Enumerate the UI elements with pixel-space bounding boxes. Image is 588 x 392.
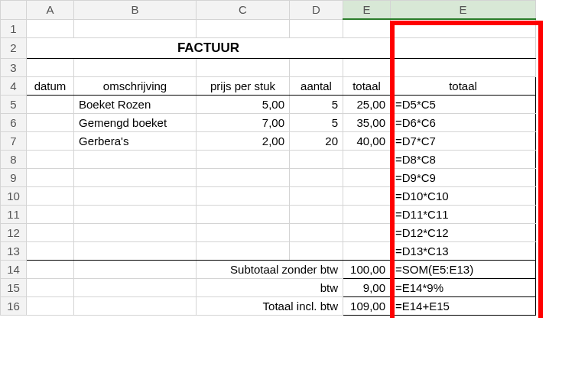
cell-F8[interactable]: =D8*C8 bbox=[391, 150, 536, 168]
cell-B14[interactable] bbox=[74, 260, 197, 278]
cell-C4[interactable]: prijs per stuk bbox=[197, 76, 290, 95]
cell-F2[interactable] bbox=[391, 37, 536, 58]
cell-D9[interactable] bbox=[290, 168, 343, 186]
cell-E9[interactable] bbox=[343, 168, 391, 186]
cell-D8[interactable] bbox=[290, 150, 343, 168]
cell-B15[interactable] bbox=[74, 278, 197, 296]
row-header-11[interactable]: 11 bbox=[1, 205, 27, 223]
cell-E4[interactable]: totaal bbox=[343, 76, 391, 95]
cell-E14[interactable]: 100,00 bbox=[343, 260, 391, 278]
col-header-E-formulas[interactable]: E bbox=[391, 1, 536, 20]
cell-E11[interactable] bbox=[343, 205, 391, 223]
cell-D11[interactable] bbox=[290, 205, 343, 223]
col-header-E[interactable]: E bbox=[343, 1, 391, 20]
cell-E15[interactable]: 9,00 bbox=[343, 278, 391, 296]
row-header-12[interactable]: 12 bbox=[1, 223, 27, 241]
cell-E16[interactable]: 109,00 bbox=[343, 296, 391, 315]
cell-title[interactable]: FACTUUR bbox=[27, 37, 391, 58]
cell-D7[interactable]: 20 bbox=[290, 131, 343, 150]
cell-B11[interactable] bbox=[74, 205, 197, 223]
row-header-15[interactable]: 15 bbox=[1, 278, 27, 296]
cell-C1[interactable] bbox=[197, 19, 290, 37]
row-header-5[interactable]: 5 bbox=[1, 95, 27, 113]
cell-A9[interactable] bbox=[27, 168, 74, 186]
cell-E7[interactable]: 40,00 bbox=[343, 131, 391, 150]
cell-A7[interactable] bbox=[27, 131, 74, 150]
cell-E1[interactable] bbox=[343, 19, 391, 37]
cell-B16[interactable] bbox=[74, 296, 197, 315]
cell-C3[interactable] bbox=[197, 58, 290, 76]
col-header-B[interactable]: B bbox=[74, 1, 197, 20]
cell-total-label[interactable]: Totaal incl. btw bbox=[197, 296, 343, 315]
cell-A14[interactable] bbox=[27, 260, 74, 278]
cell-F12[interactable]: =D12*C12 bbox=[391, 223, 536, 241]
row-header-7[interactable]: 7 bbox=[1, 131, 27, 150]
cell-B9[interactable] bbox=[74, 168, 197, 186]
cell-B7[interactable]: Gerbera's bbox=[74, 131, 197, 150]
cell-F10[interactable]: =D10*C10 bbox=[391, 186, 536, 205]
row-header-13[interactable]: 13 bbox=[1, 241, 27, 260]
row-header-8[interactable]: 8 bbox=[1, 150, 27, 168]
cell-E13[interactable] bbox=[343, 241, 391, 260]
cell-E6[interactable]: 35,00 bbox=[343, 113, 391, 131]
cell-E10[interactable] bbox=[343, 186, 391, 205]
cell-F5[interactable]: =D5*C5 bbox=[391, 95, 536, 113]
row-header-6[interactable]: 6 bbox=[1, 113, 27, 131]
cell-A13[interactable] bbox=[27, 241, 74, 260]
cell-E12[interactable] bbox=[343, 223, 391, 241]
cell-C10[interactable] bbox=[197, 186, 290, 205]
cell-subtotal-label[interactable]: Subtotaal zonder btw bbox=[197, 260, 343, 278]
cell-B5[interactable]: Boeket Rozen bbox=[74, 95, 197, 113]
cell-B3[interactable] bbox=[74, 58, 197, 76]
cell-A4[interactable]: datum bbox=[27, 76, 74, 95]
cell-F4[interactable]: totaal bbox=[391, 76, 536, 95]
cell-A8[interactable] bbox=[27, 150, 74, 168]
row-header-14[interactable]: 14 bbox=[1, 260, 27, 278]
col-header-A[interactable]: A bbox=[27, 1, 74, 20]
cell-F9[interactable]: =D9*C9 bbox=[391, 168, 536, 186]
cell-A1[interactable] bbox=[27, 19, 74, 37]
row-header-2[interactable]: 2 bbox=[1, 37, 27, 58]
cell-A10[interactable] bbox=[27, 186, 74, 205]
cell-A3[interactable] bbox=[27, 58, 74, 76]
cell-F15[interactable]: =E14*9% bbox=[391, 278, 536, 296]
row-header-16[interactable]: 16 bbox=[1, 296, 27, 315]
col-header-C[interactable]: C bbox=[197, 1, 290, 20]
cell-B4[interactable]: omschrijving bbox=[74, 76, 197, 95]
cell-D1[interactable] bbox=[290, 19, 343, 37]
cell-D13[interactable] bbox=[290, 241, 343, 260]
row-header-10[interactable]: 10 bbox=[1, 186, 27, 205]
cell-C5[interactable]: 5,00 bbox=[197, 95, 290, 113]
cell-B8[interactable] bbox=[74, 150, 197, 168]
cell-F1[interactable] bbox=[391, 19, 536, 37]
cell-E3[interactable] bbox=[343, 58, 391, 76]
row-header-4[interactable]: 4 bbox=[1, 76, 27, 95]
spreadsheet-grid[interactable]: A B C D E E 1 2 FACTUUR 3 4 datum omschr… bbox=[0, 0, 536, 316]
cell-D6[interactable]: 5 bbox=[290, 113, 343, 131]
cell-F14[interactable]: =SOM(E5:E13) bbox=[391, 260, 536, 278]
cell-D5[interactable]: 5 bbox=[290, 95, 343, 113]
cell-btw-label[interactable]: btw bbox=[197, 278, 343, 296]
cell-A11[interactable] bbox=[27, 205, 74, 223]
col-header-D[interactable]: D bbox=[290, 1, 343, 20]
cell-B12[interactable] bbox=[74, 223, 197, 241]
cell-F3[interactable] bbox=[391, 58, 536, 76]
cell-D10[interactable] bbox=[290, 186, 343, 205]
cell-F7[interactable]: =D7*C7 bbox=[391, 131, 536, 150]
cell-C8[interactable] bbox=[197, 150, 290, 168]
cell-C9[interactable] bbox=[197, 168, 290, 186]
cell-A15[interactable] bbox=[27, 278, 74, 296]
cell-D3[interactable] bbox=[290, 58, 343, 76]
cell-D4[interactable]: aantal bbox=[290, 76, 343, 95]
cell-D12[interactable] bbox=[290, 223, 343, 241]
cell-C6[interactable]: 7,00 bbox=[197, 113, 290, 131]
select-all-corner[interactable] bbox=[1, 1, 27, 20]
cell-C11[interactable] bbox=[197, 205, 290, 223]
cell-A16[interactable] bbox=[27, 296, 74, 315]
cell-A12[interactable] bbox=[27, 223, 74, 241]
row-header-9[interactable]: 9 bbox=[1, 168, 27, 186]
cell-E5[interactable]: 25,00 bbox=[343, 95, 391, 113]
cell-B10[interactable] bbox=[74, 186, 197, 205]
cell-F13[interactable]: =D13*C13 bbox=[391, 241, 536, 260]
cell-F16[interactable]: =E14+E15 bbox=[391, 296, 536, 315]
